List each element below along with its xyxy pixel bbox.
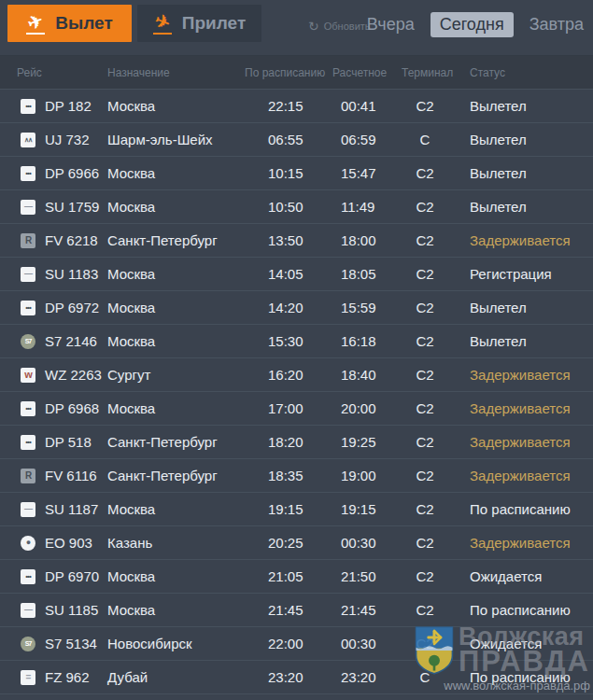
destination-cell: Москва bbox=[107, 400, 268, 416]
terminal-cell: C2 bbox=[399, 300, 451, 315]
flight-row: ••• DP 6968 Москва 17:00 20:00 C2 Задерж… bbox=[0, 391, 593, 425]
flight-number-cell: DP 6970 bbox=[45, 568, 107, 584]
terminal-cell: C2 bbox=[399, 568, 451, 584]
destination-cell: Москва bbox=[107, 602, 268, 618]
rossiya-airline-logo: R bbox=[21, 233, 35, 248]
ikar-airline-logo: ● bbox=[21, 536, 35, 551]
status-cell: По расписанию bbox=[470, 669, 571, 685]
scheduled-time-cell: 19:15 bbox=[268, 501, 317, 517]
estimated-time-cell: 16:18 bbox=[341, 333, 389, 349]
destination-cell: Москва bbox=[107, 199, 268, 215]
red-wings-airline-logo: w bbox=[21, 368, 35, 383]
flight-rows: ••• DP 182 Москва 22:15 00:41 C2 Вылетел… bbox=[0, 89, 593, 694]
flight-row: S7 S7 5134 Новосибирск 22:00 00:30 C2 Ож… bbox=[0, 626, 593, 660]
aeroflot-airline-logo: — bbox=[21, 603, 35, 618]
estimated-time-cell: 18:00 bbox=[341, 232, 389, 248]
scheduled-time-cell: 22:00 bbox=[268, 636, 317, 651]
estimated-time-cell: 15:59 bbox=[341, 300, 389, 315]
scheduled-time-cell: 13:50 bbox=[268, 232, 317, 248]
terminal-cell: C2 bbox=[399, 400, 451, 416]
estimated-time-cell: 21:50 bbox=[341, 568, 389, 584]
scheduled-time-cell: 17:00 bbox=[268, 400, 317, 416]
destination-cell: Москва bbox=[107, 300, 268, 315]
destination-cell: Москва bbox=[107, 501, 268, 517]
flight-number-cell: DP 6972 bbox=[45, 300, 107, 315]
estimated-time-cell: 15:47 bbox=[341, 165, 389, 181]
terminal-cell: C2 bbox=[399, 501, 451, 517]
destination-cell: Москва bbox=[107, 333, 268, 349]
col-header-flight: Рейс bbox=[17, 66, 107, 79]
status-cell: Вылетел bbox=[470, 98, 527, 114]
status-cell: Задерживается bbox=[470, 400, 571, 416]
status-cell: По расписанию bbox=[470, 501, 571, 517]
terminal-cell: C2 bbox=[399, 333, 451, 349]
col-header-terminal: Терминал bbox=[402, 66, 470, 79]
terminal-cell: C2 bbox=[399, 636, 451, 651]
destination-cell: Новосибирск bbox=[107, 636, 268, 651]
day-tabs: Вчера Сегодня Завтра bbox=[365, 12, 586, 37]
status-cell: Вылетел bbox=[470, 165, 527, 181]
terminal-cell: C2 bbox=[399, 199, 451, 215]
estimated-time-cell: 00:41 bbox=[341, 98, 389, 114]
terminal-cell: C2 bbox=[399, 468, 451, 483]
flight-row: ••• DP 6970 Москва 21:05 21:50 C2 Ожидае… bbox=[0, 559, 593, 593]
flight-row: — SU 1759 Москва 10:50 11:49 C2 Вылетел bbox=[0, 189, 593, 223]
flight-row: R FV 6116 Санкт-Петербург 18:35 19:00 C2… bbox=[0, 458, 593, 492]
terminal-cell: C2 bbox=[399, 98, 451, 114]
estimated-time-cell: 19:25 bbox=[341, 434, 389, 450]
estimated-time-cell: 18:40 bbox=[341, 367, 389, 383]
day-tab-tomorrow[interactable]: Завтра bbox=[528, 12, 586, 37]
flydubai-airline-logo: = bbox=[21, 670, 35, 685]
flight-row: — SU 1183 Москва 14:05 18:05 C2 Регистра… bbox=[0, 257, 593, 290]
terminal-cell: C2 bbox=[399, 232, 451, 248]
estimated-time-cell: 19:00 bbox=[341, 468, 389, 483]
terminal-cell: C2 bbox=[399, 602, 451, 618]
scheduled-time-cell: 10:50 bbox=[268, 199, 317, 215]
scheduled-time-cell: 21:45 bbox=[268, 602, 317, 618]
day-tab-today[interactable]: Сегодня bbox=[431, 12, 514, 37]
flight-number-cell: SU 1187 bbox=[45, 501, 107, 517]
estimated-time-cell: 23:20 bbox=[341, 669, 389, 685]
status-cell: Задерживается bbox=[470, 468, 571, 483]
scheduled-time-cell: 10:15 bbox=[268, 165, 317, 181]
destination-cell: Санкт-Петербург bbox=[107, 232, 268, 248]
destination-cell: Москва bbox=[107, 165, 268, 181]
rossiya-airline-logo: R bbox=[21, 469, 35, 483]
estimated-time-cell: 19:15 bbox=[341, 501, 389, 517]
scheduled-time-cell: 15:30 bbox=[268, 333, 317, 349]
flight-row: ••• DP 6972 Москва 14:20 15:59 C2 Вылете… bbox=[0, 290, 593, 324]
day-tab-yesterday[interactable]: Вчера bbox=[365, 12, 417, 37]
scheduled-time-cell: 06:55 bbox=[268, 132, 317, 147]
status-cell: Задерживается bbox=[470, 535, 571, 551]
terminal-cell: C bbox=[399, 132, 451, 147]
flight-number-cell: SU 1759 bbox=[45, 199, 107, 215]
scheduled-time-cell: 22:15 bbox=[268, 98, 317, 114]
flight-row: R FV 6218 Санкт-Петербург 13:50 18:00 C2… bbox=[0, 223, 593, 257]
pobeda-airline-logo: ••• bbox=[21, 569, 35, 584]
status-cell: Вылетел bbox=[470, 300, 527, 315]
status-cell: По расписанию bbox=[470, 602, 571, 618]
refresh-button[interactable]: ↻ Обновить bbox=[308, 20, 371, 33]
plane-takeoff-icon: ✈ bbox=[26, 13, 45, 35]
col-header-estimated: Расчетное bbox=[332, 66, 402, 79]
s7-airline-logo: S7 bbox=[21, 637, 35, 651]
scheduled-time-cell: 18:20 bbox=[268, 434, 317, 450]
tab-arrivals[interactable]: ✈ Прилет bbox=[137, 5, 261, 42]
estimated-time-cell: 20:00 bbox=[341, 400, 389, 416]
table-header: Рейс Назначение По расписанию Расчетное … bbox=[0, 55, 593, 89]
flight-number-cell: FZ 962 bbox=[45, 669, 107, 685]
status-cell: Регистрация bbox=[470, 266, 552, 282]
flight-number-cell: UJ 732 bbox=[45, 132, 107, 147]
flight-row: = FZ 962 Дубай 23:20 23:20 C По расписан… bbox=[0, 660, 593, 694]
col-header-destination: Назначение bbox=[107, 66, 245, 79]
tab-departures[interactable]: ✈ Вылет bbox=[7, 5, 132, 42]
destination-cell: Санкт-Петербург bbox=[107, 434, 268, 450]
flight-number-cell: DP 6968 bbox=[45, 400, 107, 416]
tab-arrivals-label: Прилет bbox=[182, 13, 246, 34]
destination-cell: Казань bbox=[107, 535, 268, 551]
flight-number-cell: FV 6116 bbox=[45, 468, 107, 483]
pobeda-airline-logo: ••• bbox=[21, 301, 35, 315]
terminal-cell: C2 bbox=[399, 535, 451, 551]
flight-row: ∧∧ UJ 732 Шарм-эль-Шейх 06:55 06:59 C Вы… bbox=[0, 122, 593, 156]
flight-number-cell: EO 903 bbox=[45, 535, 107, 551]
